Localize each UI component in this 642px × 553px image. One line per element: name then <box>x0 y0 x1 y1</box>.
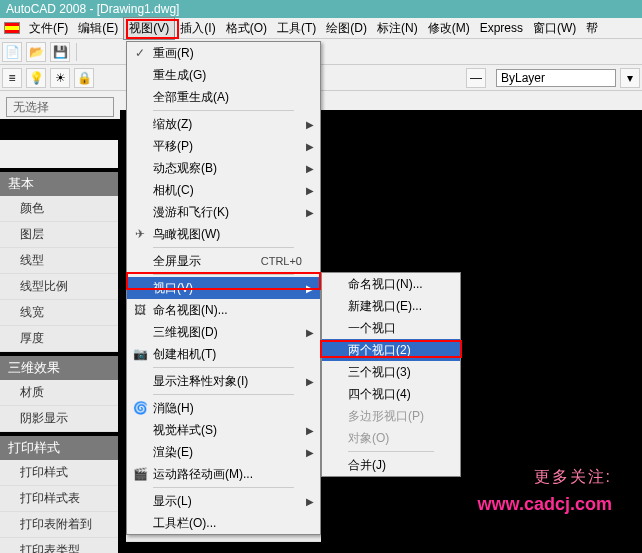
submenu-object-vp: 对象(O) <box>322 427 460 449</box>
submenu-one-vp[interactable]: 一个视口 <box>322 317 460 339</box>
view-menu-dropdown: ✓重画(R) 重生成(G) 全部重生成(A) 缩放(Z)▶ 平移(P)▶ 动态观… <box>126 41 321 535</box>
prop-plotstyle[interactable]: 打印样式 <box>0 460 118 486</box>
standard-toolbar: 📄 📂 💾 <box>0 39 642 65</box>
chevron-right-icon: ▶ <box>306 425 314 436</box>
menu-item-redraw[interactable]: ✓重画(R) <box>127 42 320 64</box>
selection-combo[interactable]: 无选择 <box>6 97 114 117</box>
menu-item-walkfly[interactable]: 漫游和飞行(K)▶ <box>127 201 320 223</box>
prop-plotattach[interactable]: 打印表附着到 <box>0 512 118 538</box>
menu-item-orbit[interactable]: 动态观察(B)▶ <box>127 157 320 179</box>
layers-toolbar: ≡ 💡 ☀ 🔒 — ByLayer ▾ <box>0 65 642 91</box>
sun-icon[interactable]: ☀ <box>50 68 70 88</box>
prop-plottable[interactable]: 打印样式表 <box>0 486 118 512</box>
title-bar: AutoCAD 2008 - [Drawing1.dwg] <box>0 0 642 18</box>
chevron-right-icon: ▶ <box>306 141 314 152</box>
chevron-right-icon: ▶ <box>306 185 314 196</box>
chevron-right-icon: ▶ <box>306 119 314 130</box>
more-icon[interactable]: ▾ <box>620 68 640 88</box>
camera-icon: 📷 <box>127 347 153 361</box>
panel-basic-header[interactable]: 基本 <box>0 172 118 196</box>
new-button[interactable]: 📄 <box>2 42 22 62</box>
line-icon[interactable]: — <box>466 68 486 88</box>
submenu-four-vp[interactable]: 四个视口(4) <box>322 383 460 405</box>
menu-tools[interactable]: 工具(T) <box>272 18 321 39</box>
menu-format[interactable]: 格式(O) <box>221 18 272 39</box>
chevron-right-icon: ▶ <box>306 207 314 218</box>
save-button[interactable]: 💾 <box>50 42 70 62</box>
menu-item-regen[interactable]: 重生成(G) <box>127 64 320 86</box>
submenu-three-vp[interactable]: 三个视口(3) <box>322 361 460 383</box>
open-button[interactable]: 📂 <box>26 42 46 62</box>
submenu-poly-vp: 多边形视口(P) <box>322 405 460 427</box>
prop-shadow[interactable]: 阴影显示 <box>0 406 118 432</box>
chevron-right-icon: ▶ <box>306 447 314 458</box>
aerial-icon: ✈ <box>127 227 153 241</box>
layers-icon[interactable]: ≡ <box>2 68 22 88</box>
flag-icon <box>4 22 20 34</box>
prop-material[interactable]: 材质 <box>0 380 118 406</box>
watermark-text-2: www.cadcj.com <box>478 494 612 515</box>
chevron-right-icon: ▶ <box>306 496 314 507</box>
menu-item-annovis[interactable]: 显示注释性对象(I)▶ <box>127 370 320 392</box>
menu-item-createcam[interactable]: 📷创建相机(T) <box>127 343 320 365</box>
prop-lineweight[interactable]: 线宽 <box>0 300 118 326</box>
menu-insert[interactable]: 插入(I) <box>175 18 220 39</box>
prop-thickness[interactable]: 厚度 <box>0 326 118 352</box>
submenu-two-vp[interactable]: 两个视口(2) <box>322 339 460 361</box>
chevron-right-icon: ▶ <box>306 163 314 174</box>
menu-item-pan[interactable]: 平移(P)▶ <box>127 135 320 157</box>
menu-item-namedview[interactable]: 🖼命名视图(N)... <box>127 299 320 321</box>
menu-dimension[interactable]: 标注(N) <box>372 18 423 39</box>
menu-item-fullscreen[interactable]: 全屏显示CTRL+0 <box>127 250 320 272</box>
check-icon: ✓ <box>127 46 153 60</box>
submenu-new-vp[interactable]: 新建视口(E)... <box>322 295 460 317</box>
menu-modify[interactable]: 修改(M) <box>423 18 475 39</box>
menu-item-toolbars[interactable]: 工具栏(O)... <box>127 512 320 534</box>
menu-item-camera[interactable]: 相机(C)▶ <box>127 179 320 201</box>
menu-item-aerial[interactable]: ✈鸟瞰视图(W) <box>127 223 320 245</box>
hide-icon: 🌀 <box>127 401 153 415</box>
separator <box>76 43 77 61</box>
menu-help[interactable]: 帮 <box>581 18 603 39</box>
menu-item-zoom[interactable]: 缩放(Z)▶ <box>127 113 320 135</box>
submenu-join-vp[interactable]: 合并(J) <box>322 454 460 476</box>
app-title: AutoCAD 2008 - [Drawing1.dwg] <box>6 2 179 16</box>
bulb-icon[interactable]: 💡 <box>26 68 46 88</box>
menu-file[interactable]: 文件(F) <box>24 18 73 39</box>
lock-icon[interactable]: 🔒 <box>74 68 94 88</box>
menu-item-3dview[interactable]: 三维视图(D)▶ <box>127 321 320 343</box>
chevron-right-icon: ▶ <box>306 376 314 387</box>
view-icon: 🖼 <box>127 303 153 317</box>
prop-layer[interactable]: 图层 <box>0 222 118 248</box>
submenu-named-vp[interactable]: 命名视口(N)... <box>322 273 460 295</box>
menu-window[interactable]: 窗口(W) <box>528 18 581 39</box>
prop-color[interactable]: 颜色 <box>0 196 118 222</box>
menu-view[interactable]: 视图(V) <box>123 17 175 40</box>
bylayer-combo[interactable]: ByLayer <box>496 69 616 87</box>
motion-icon: 🎬 <box>127 467 153 481</box>
properties-palette: 基本 颜色 图层 线型 线型比例 线宽 厚度 三维效果 材质 阴影显示 打印样式… <box>0 140 118 553</box>
menu-item-hide[interactable]: 🌀消隐(H) <box>127 397 320 419</box>
prop-linetype[interactable]: 线型 <box>0 248 118 274</box>
panel-3d-header[interactable]: 三维效果 <box>0 356 118 380</box>
menu-item-render[interactable]: 渲染(E)▶ <box>127 441 320 463</box>
prop-plottype[interactable]: 打印表类型 <box>0 538 118 553</box>
menu-bar: 文件(F) 编辑(E) 视图(V) 插入(I) 格式(O) 工具(T) 绘图(D… <box>0 18 642 39</box>
menu-item-visualstyle[interactable]: 视觉样式(S)▶ <box>127 419 320 441</box>
panel-print-header[interactable]: 打印样式 <box>0 436 118 460</box>
menu-item-display[interactable]: 显示(L)▶ <box>127 490 320 512</box>
menu-draw[interactable]: 绘图(D) <box>321 18 372 39</box>
watermark-text-1: 更多关注: <box>534 467 612 488</box>
menu-express[interactable]: Express <box>475 19 528 37</box>
menu-edit[interactable]: 编辑(E) <box>73 18 123 39</box>
chevron-right-icon: ▶ <box>306 327 314 338</box>
viewports-submenu: 命名视口(N)... 新建视口(E)... 一个视口 两个视口(2) 三个视口(… <box>321 272 461 477</box>
menu-item-regenall[interactable]: 全部重生成(A) <box>127 86 320 108</box>
chevron-right-icon: ▶ <box>306 283 314 294</box>
menu-item-viewports[interactable]: 视口(V)▶ <box>127 277 320 299</box>
menu-item-motion[interactable]: 🎬运动路径动画(M)... <box>127 463 320 485</box>
prop-ltscale[interactable]: 线型比例 <box>0 274 118 300</box>
